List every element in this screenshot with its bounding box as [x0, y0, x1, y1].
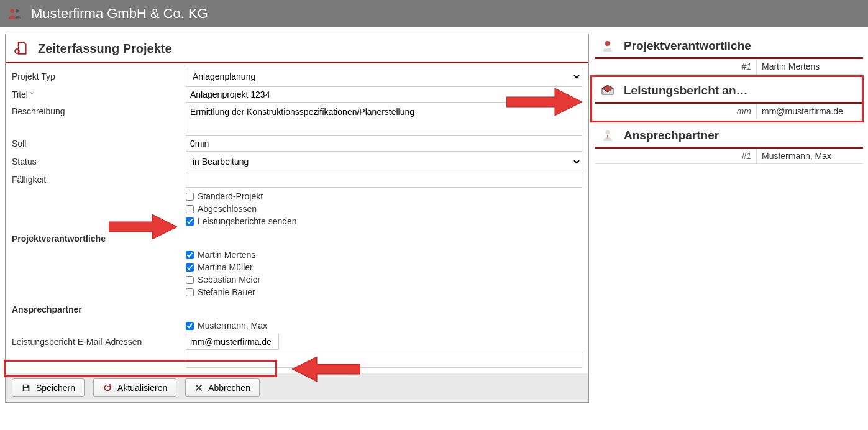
side-row-value: Mustermann, Max	[757, 149, 863, 163]
label-faelligkeit: Fälligkeit	[8, 172, 186, 187]
app-top-bar: Musterfirma GmbH & Co. KG	[0, 0, 868, 27]
section-ansprechpartner: Ansprechpartner	[8, 298, 586, 318]
svg-point-1	[16, 9, 19, 13]
checkbox-ansprechpartner[interactable]	[186, 322, 194, 330]
input-email[interactable]	[186, 334, 279, 350]
side-row-num: #1	[595, 149, 757, 163]
side-title-leistungsbericht: Leistungsbericht an…	[624, 84, 748, 98]
close-icon	[194, 383, 203, 392]
checkbox-abgeschlossen-label: Abgeschlossen	[198, 204, 257, 214]
side-row: #1 Mustermann, Max	[595, 149, 863, 164]
document-badge-icon	[13, 40, 29, 57]
checkbox-person-label: Martina Müller	[198, 262, 253, 272]
side-row: mm mm@musterfirma.de	[595, 104, 863, 119]
svg-point-6	[606, 130, 610, 135]
main-form-panel: Zeiterfassung Projekte Projekt Typ Anlag…	[5, 34, 589, 403]
label-email: Leistungsbericht E-Mail-Adressen	[8, 334, 186, 349]
side-title-verantwortliche: Projektverantwortliche	[624, 39, 751, 53]
label-status: Status	[8, 154, 186, 169]
mail-icon	[600, 83, 615, 98]
side-row-code: mm	[595, 104, 757, 119]
side-row: #1 Martin Mertens	[595, 59, 863, 75]
cancel-button[interactable]: Abbrechen	[185, 378, 260, 397]
refresh-button-label: Aktualisieren	[117, 383, 167, 393]
section-projektverantwortliche: Projektverantwortliche	[8, 227, 586, 247]
checkbox-leistungsberichte[interactable]	[186, 217, 194, 226]
action-bar: Speichern Aktualisieren Abbrechen	[6, 373, 588, 402]
input-beschreibung[interactable]: Ermittlung der Konstruktionsspezifikatio…	[186, 104, 582, 132]
checkbox-leistungsberichte-label: Leistungsberichte senden	[198, 216, 297, 226]
company-title: Musterfirma GmbH & Co. KG	[31, 6, 208, 22]
checkbox-person-label: Sebastian Meier	[198, 275, 260, 285]
side-row-num: #1	[595, 59, 757, 74]
side-title-ansprechpartner: Ansprechpartner	[624, 129, 719, 142]
side-row-email: mm@musterfirma.de	[757, 104, 863, 119]
people-icon	[6, 6, 22, 22]
checkbox-abgeschlossen[interactable]	[186, 205, 194, 213]
checkbox-person-label: Martin Mertens	[198, 250, 255, 260]
side-panel: Projektverantwortliche #1 Martin Mertens…	[595, 34, 863, 164]
checkbox-person[interactable]	[186, 288, 194, 296]
side-row-value: Martin Mertens	[757, 59, 863, 74]
save-button[interactable]: Speichern	[12, 378, 85, 397]
checkbox-person[interactable]	[186, 263, 194, 272]
person-icon	[600, 39, 615, 53]
input-faelligkeit[interactable]	[186, 172, 582, 188]
select-projekt-typ[interactable]: Anlagenplanung	[186, 68, 582, 85]
checkbox-person-label: Stefanie Bauer	[198, 287, 255, 297]
svg-rect-4	[24, 388, 29, 391]
select-status[interactable]: in Bearbeitung	[186, 153, 582, 170]
label-beschreibung: Beschreibung	[8, 104, 186, 119]
checkbox-ansprechpartner-label: Mustermann, Max	[198, 321, 267, 331]
label-titel: Titel *	[8, 87, 186, 102]
label-projekt-typ: Projekt Typ	[8, 69, 186, 84]
input-email-extra[interactable]	[186, 352, 582, 368]
panel-header: Zeiterfassung Projekte	[6, 34, 588, 63]
refresh-button[interactable]: Aktualisieren	[93, 378, 176, 397]
side-header-verantwortliche: Projektverantwortliche	[595, 34, 863, 59]
side-header-ansprechpartner: Ansprechpartner	[595, 123, 863, 149]
checkbox-standard-projekt-label: Standard-Projekt	[198, 191, 263, 201]
save-icon	[21, 383, 31, 393]
input-soll[interactable]	[186, 135, 582, 152]
cancel-button-label: Abbrechen	[208, 383, 250, 393]
svg-point-0	[10, 9, 14, 13]
refresh-icon	[103, 383, 112, 393]
label-soll: Soll	[8, 136, 186, 151]
panel-title: Zeiterfassung Projekte	[38, 42, 172, 56]
checkbox-person[interactable]	[186, 276, 194, 284]
checkbox-person[interactable]	[186, 251, 194, 259]
side-header-leistungsbericht: Leistungsbericht an…	[595, 78, 863, 104]
save-button-label: Speichern	[36, 383, 75, 393]
svg-point-5	[605, 41, 610, 46]
svg-rect-3	[24, 385, 27, 387]
input-titel[interactable]	[186, 86, 582, 103]
person-tie-icon	[600, 128, 615, 143]
checkbox-standard-projekt[interactable]	[186, 193, 194, 201]
